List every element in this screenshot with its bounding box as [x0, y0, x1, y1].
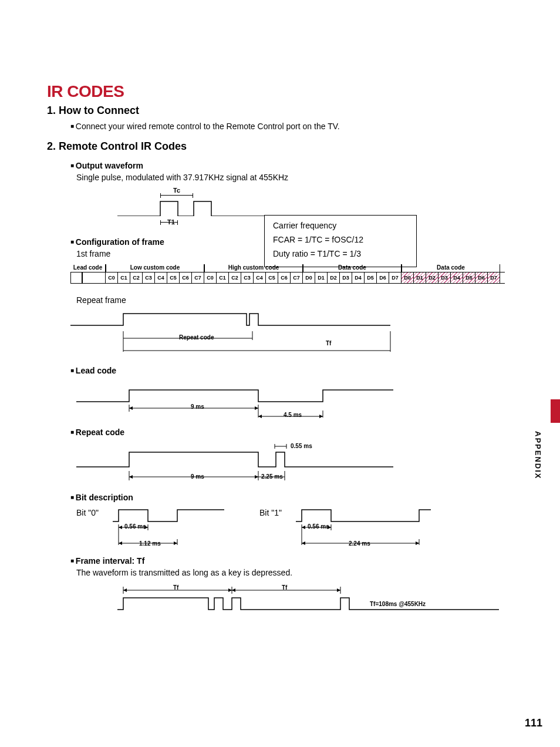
bit-cell: C0 — [204, 272, 217, 283]
repeat-frame-diagram: Repeat code Tf — [70, 311, 458, 358]
tc-label: Tc — [173, 187, 180, 194]
bit-cell: D3 — [340, 272, 352, 283]
bit-cell: D4 — [451, 272, 463, 283]
bit0-056-label: 0.56 ms — [124, 523, 146, 530]
bit-cell: C1 — [118, 272, 130, 283]
bit-cell: C6 — [180, 272, 192, 283]
bit-cell: C5 — [266, 272, 278, 283]
svg-marker-49 — [232, 588, 235, 592]
repeat-code-heading: Repeat code — [70, 428, 507, 437]
fint-note-label: Tf=108ms @455KHz — [370, 601, 426, 607]
repeat-tf-label: Tf — [326, 340, 331, 346]
bit-0-diagram: 0.56 ms 1.12 ms — [113, 507, 224, 548]
bit-cell: C0 — [106, 272, 118, 283]
bit-cell: D7 — [389, 272, 402, 283]
bit-1-label: Bit "1" — [259, 508, 288, 517]
bit1-056-label: 0.56 ms — [308, 523, 329, 530]
output-waveform-body: Single pulse, modulated with 37.917KHz s… — [76, 173, 507, 182]
frame-interval-diagram: Tf Tf Tf=108ms @455KHz — [117, 583, 499, 613]
bit-cell: D2 — [426, 272, 438, 283]
lead-4-5ms-label: 4.5 ms — [284, 412, 302, 418]
bit-cell: D0 — [303, 272, 315, 283]
svg-marker-10 — [255, 406, 258, 410]
bit-cell: C4 — [254, 272, 266, 283]
bit-cell: C7 — [192, 272, 204, 283]
tc-arrow-top — [160, 195, 193, 196]
t1-label: T1 — [167, 218, 175, 226]
bit-description-heading: Bit description — [70, 493, 507, 502]
svg-marker-28 — [119, 526, 122, 529]
appendix-tab — [551, 399, 560, 423]
page-number: 111 — [525, 717, 542, 729]
bit-cell: D4 — [352, 272, 365, 283]
svg-marker-31 — [119, 541, 122, 545]
svg-marker-12 — [258, 415, 262, 418]
bit-cell: C2 — [229, 272, 241, 283]
bit-cell: C2 — [130, 272, 143, 283]
svg-marker-32 — [174, 541, 177, 545]
bit-cell: C3 — [241, 272, 254, 283]
svg-marker-37 — [302, 526, 305, 529]
fint-tf1-label: Tf — [173, 584, 178, 591]
repeat-225ms-label: 2.25 ms — [261, 473, 283, 480]
bit-cell: D6 — [377, 272, 389, 283]
bit-cell: D3 — [438, 272, 451, 283]
tc-diagram: Tc T1 — [117, 188, 264, 229]
svg-marker-47 — [228, 588, 232, 592]
carrier-line3: Duty ratio = T1/TC = 1/3 — [273, 247, 408, 261]
frame-interval-body: The waveform is transmitted as long as a… — [76, 568, 507, 577]
appendix-label: APPENDIX — [534, 431, 542, 479]
page-title: IR CODES — [47, 82, 507, 101]
lead-code-diagram: 9 ms 4.5 ms — [76, 387, 393, 419]
repeat-code-diagram: 0.55 ms 9 ms 2.25 ms — [76, 440, 393, 484]
section-2-heading: 2. Remote Control IR Codes — [47, 140, 507, 153]
bit-1-diagram: 0.56 ms 2.24 ms — [296, 507, 431, 548]
svg-marker-22 — [255, 475, 258, 479]
bit-cell: D1 — [414, 272, 426, 283]
bit-cell: C1 — [217, 272, 229, 283]
bit-cell: C7 — [291, 272, 303, 283]
tc-pulse-svg — [117, 198, 264, 216]
section-1-heading: 1. How to Connect — [47, 105, 507, 117]
svg-marker-13 — [319, 415, 323, 418]
bit-cell: D0 — [402, 272, 414, 283]
bit-0-label: Bit "0" — [76, 508, 104, 517]
carrier-line1: Carrier frequency — [273, 219, 408, 233]
lead-9ms-label: 9 ms — [191, 403, 204, 410]
bit-cell: D5 — [365, 272, 377, 283]
lead-block — [70, 272, 106, 283]
bit-cell: C5 — [167, 272, 180, 283]
bit-cell: D2 — [328, 272, 340, 283]
bit1-224-label: 2.24 ms — [349, 540, 370, 547]
bit-cell: D5 — [463, 272, 475, 283]
svg-marker-46 — [123, 588, 127, 592]
fint-tf2-label: Tf — [282, 584, 287, 591]
bit-cell: D6 — [475, 272, 488, 283]
repeat-frame-label: Repeat frame — [76, 295, 507, 305]
carrier-line2: FCAR = 1/TC = fOSC/12 — [273, 233, 408, 247]
svg-marker-50 — [337, 588, 340, 592]
svg-marker-21 — [129, 475, 133, 479]
output-waveform-heading: Output waveform — [70, 161, 507, 170]
bit-description-row: Bit "0" 0.56 ms 1.12 ms Bi — [76, 507, 507, 548]
carrier-frequency-box: Carrier frequency FCAR = 1/TC = fOSC/12 … — [264, 215, 417, 267]
bit-cell: C6 — [278, 272, 291, 283]
repeat-055ms-label: 0.55 ms — [291, 443, 312, 449]
svg-marker-40 — [302, 541, 305, 545]
frame-header-lead: Lead code — [70, 264, 106, 272]
bit-cell: D7 — [488, 272, 500, 283]
bit0-112-label: 1.12 ms — [139, 540, 161, 547]
bit-cell: D1 — [315, 272, 328, 283]
svg-marker-41 — [416, 541, 419, 545]
bit-cell: C3 — [143, 272, 155, 283]
bit-cell: C4 — [155, 272, 167, 283]
section-1-body: Connect your wired remote control to the… — [70, 122, 507, 131]
frame-header-low: Low custom code — [106, 264, 204, 272]
repeat-9ms-label: 9 ms — [191, 473, 204, 480]
lead-code-heading: Lead code — [70, 366, 507, 375]
frame-interval-heading: Frame interval: Tf — [70, 556, 507, 566]
svg-marker-9 — [129, 406, 133, 410]
repeat-code-label: Repeat code — [179, 334, 214, 341]
